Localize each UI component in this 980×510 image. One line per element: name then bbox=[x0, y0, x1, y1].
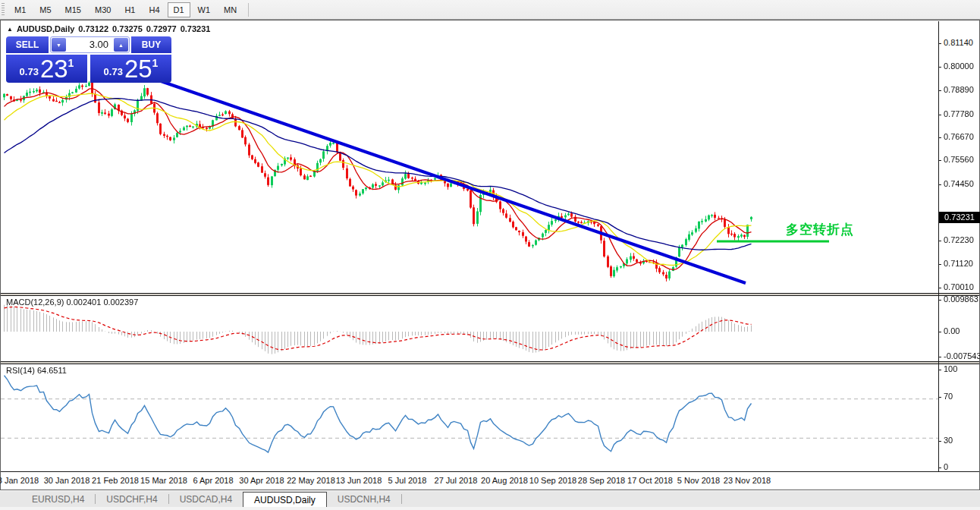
timeframe-button-m1[interactable]: M1 bbox=[8, 2, 32, 17]
axis-tick bbox=[938, 90, 941, 91]
axis-tick bbox=[938, 288, 941, 288]
timeframe-button-d1[interactable]: D1 bbox=[168, 2, 190, 17]
timeframe-button-w1[interactable]: W1 bbox=[192, 2, 217, 17]
panel-border bbox=[1, 471, 979, 472]
date-axis-label: 30 Apr 2018 bbox=[239, 476, 284, 485]
toolbar-separator bbox=[248, 3, 249, 17]
sell-price-base: 0.73 bbox=[20, 66, 39, 77]
timeframe-button-h1[interactable]: H1 bbox=[118, 2, 141, 17]
price-axis-label: 0.71120 bbox=[944, 259, 973, 268]
date-axis-label: 17 Oct 2018 bbox=[627, 476, 673, 485]
timeframe-button-h4[interactable]: H4 bbox=[143, 2, 165, 17]
chart-symbol-label: AUDUSD,Daily bbox=[17, 24, 74, 33]
axis-tick bbox=[938, 468, 941, 468]
date-axis-label: 15 Mar 2018 bbox=[140, 476, 187, 485]
date-axis-label: 13 Jun 2018 bbox=[336, 476, 382, 485]
status-strip bbox=[0, 507, 980, 510]
volume-decrease-button[interactable]: ▼ bbox=[52, 38, 66, 52]
rsi-axis-label: 70 bbox=[944, 392, 953, 401]
date-axis-label: 20 Aug 2018 bbox=[481, 476, 528, 485]
macd-axis-label: 0.00 bbox=[944, 326, 960, 335]
price-axis-label: 0.76670 bbox=[944, 132, 974, 141]
volume-stepper: ▼ 3.00 ▲ bbox=[50, 36, 130, 53]
date-axis-label: 30 Jan 2018 bbox=[44, 476, 90, 485]
price-axis-label: 0.74450 bbox=[944, 179, 974, 188]
rsi-indicator-label: RSI(14) 64.6511 bbox=[6, 366, 67, 375]
sell-button[interactable]: SELL bbox=[6, 36, 49, 53]
price-axis-label: 0.80000 bbox=[944, 61, 974, 71]
date-axis-label: 5 Nov 2018 bbox=[677, 476, 720, 485]
one-click-trade-panel: SELL ▼ 3.00 ▲ BUY 0.73 23 1 0.73 25 1 bbox=[6, 36, 171, 83]
rsi-chart-canvas[interactable] bbox=[1, 364, 939, 472]
tab-usdcad-h4[interactable]: USDCAD,H4 bbox=[169, 492, 243, 507]
price-axis-label: 0.77780 bbox=[944, 109, 974, 118]
price-scale-border bbox=[938, 21, 939, 472]
macd-chart-canvas[interactable] bbox=[1, 296, 939, 361]
tab-eurusd-h4[interactable]: EURUSD,H4 bbox=[21, 492, 95, 507]
timeframe-button-m30[interactable]: M30 bbox=[89, 2, 117, 17]
ohlc-open: 0.73122 bbox=[78, 24, 108, 33]
timeframe-button-m5[interactable]: M5 bbox=[33, 2, 57, 17]
buy-price-box[interactable]: 0.73 25 1 bbox=[90, 55, 171, 83]
price-axis-label: 0.70010 bbox=[944, 282, 974, 291]
collapse-arrow-icon[interactable]: ▲ bbox=[7, 26, 13, 33]
date-axis-label: 22 May 2018 bbox=[287, 476, 335, 485]
ohlc-low: 0.72977 bbox=[146, 24, 177, 33]
timeframe-button-m15[interactable]: M15 bbox=[59, 2, 87, 17]
axis-tick bbox=[938, 264, 941, 265]
chart-tab-bar: EURUSD,H4 USDCHF,H4 USDCAD,H4 AUDUSD,Dai… bbox=[0, 490, 980, 507]
price-axis-label: 0.78890 bbox=[944, 85, 974, 94]
axis-tick bbox=[938, 397, 941, 398]
axis-tick bbox=[938, 184, 941, 185]
buy-price-pips: 25 bbox=[124, 58, 152, 80]
panel-splitter[interactable] bbox=[1, 293, 979, 296]
buy-price-point: 1 bbox=[152, 57, 159, 69]
date-axis-label: 28 Sep 2018 bbox=[578, 476, 625, 485]
axis-tick bbox=[938, 370, 941, 370]
price-axis-label: 0.75560 bbox=[944, 155, 974, 164]
buy-price-base: 0.73 bbox=[104, 66, 123, 77]
price-axis-label: 0.81140 bbox=[944, 38, 973, 47]
axis-tick bbox=[938, 300, 941, 301]
axis-tick bbox=[938, 441, 941, 442]
macd-axis-label: -0.007543 bbox=[944, 351, 980, 360]
macd-indicator-label: MACD(12,26,9) 0.002401 0.002397 bbox=[6, 298, 138, 307]
price-axis-label: 0.72230 bbox=[944, 235, 974, 244]
sell-price-pips: 23 bbox=[40, 58, 68, 80]
date-axis-label: 8 Jan 2018 bbox=[0, 476, 39, 485]
toolbar-grip[interactable] bbox=[2, 3, 5, 17]
rsi-axis-label: 0 bbox=[944, 462, 948, 471]
timeframe-toolbar: M1 M5 M15 M30 H1 H4 D1 W1 MN bbox=[0, 0, 980, 20]
date-axis-label: 21 Feb 2018 bbox=[92, 476, 139, 485]
timeframe-button-mn[interactable]: MN bbox=[218, 2, 243, 17]
axis-tick bbox=[938, 43, 941, 44]
axis-tick bbox=[938, 115, 941, 115]
macd-axis-label: 0.009863 bbox=[944, 294, 978, 304]
axis-tick bbox=[938, 332, 941, 332]
tab-audusd-daily[interactable]: AUDUSD,Daily bbox=[243, 492, 327, 508]
rsi-axis-label: 30 bbox=[944, 436, 953, 445]
rsi-axis-label: 100 bbox=[944, 364, 957, 373]
date-axis-label: 6 Apr 2018 bbox=[193, 476, 233, 485]
current-price-badge: 0.73231 bbox=[939, 212, 980, 223]
axis-tick bbox=[938, 137, 941, 138]
volume-input[interactable]: 3.00 bbox=[67, 37, 113, 52]
tab-divider bbox=[401, 494, 402, 504]
date-axis-label: 23 Nov 2018 bbox=[724, 476, 771, 485]
buy-button[interactable]: BUY bbox=[131, 36, 171, 53]
chart-title: ▲ AUDUSD,Daily 0.73122 0.73275 0.72977 0… bbox=[7, 24, 210, 33]
mt4-terminal: M1 M5 M15 M30 H1 H4 D1 W1 MN ▲ AUDUSD,Da… bbox=[0, 0, 980, 510]
axis-tick bbox=[938, 241, 941, 241]
axis-tick bbox=[938, 67, 941, 68]
volume-increase-button[interactable]: ▲ bbox=[114, 38, 128, 52]
axis-tick bbox=[938, 160, 941, 161]
sell-price-box[interactable]: 0.73 23 1 bbox=[6, 55, 87, 83]
trend-reversal-annotation: 多空转折点 bbox=[786, 221, 854, 238]
tab-usdcnh-h4[interactable]: USDCNH,H4 bbox=[327, 492, 401, 507]
date-axis-label: 10 Sep 2018 bbox=[529, 476, 576, 485]
panel-splitter[interactable] bbox=[1, 361, 979, 364]
ohlc-high: 0.73275 bbox=[112, 24, 143, 33]
axis-tick bbox=[938, 357, 941, 357]
tab-usdchf-h4[interactable]: USDCHF,H4 bbox=[96, 492, 168, 507]
sell-price-point: 1 bbox=[68, 57, 74, 69]
